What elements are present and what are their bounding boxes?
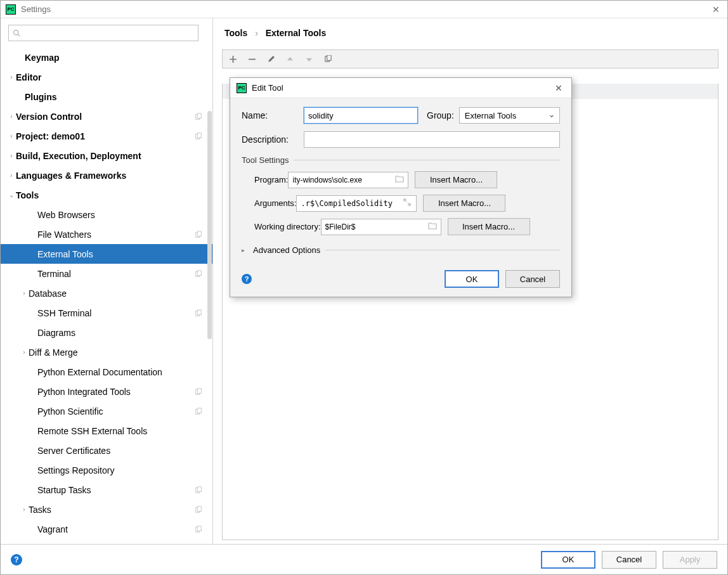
window-close-button[interactable]: ✕ bbox=[710, 4, 722, 15]
advanced-options-toggle[interactable]: ▸ Advanced Options bbox=[242, 245, 560, 255]
name-input[interactable] bbox=[304, 107, 418, 124]
program-input[interactable] bbox=[288, 172, 408, 188]
expand-icon[interactable]: › bbox=[7, 74, 16, 81]
settings-tree[interactable]: Keymap›EditorPlugins›Version Control›Pro… bbox=[1, 48, 212, 544]
tree-item-remote-ssh-external-tools[interactable]: Remote SSH External Tools bbox=[1, 421, 212, 441]
svg-rect-23 bbox=[327, 55, 331, 60]
dialog-ok-button[interactable]: OK bbox=[445, 270, 499, 288]
tree-item-external-tools[interactable]: External Tools bbox=[1, 244, 212, 264]
project-scope-icon bbox=[195, 113, 205, 120]
tree-item-diff-merge[interactable]: ›Diff & Merge bbox=[1, 342, 212, 362]
copy-icon[interactable] bbox=[323, 54, 333, 64]
group-select[interactable]: External Tools bbox=[459, 107, 560, 124]
tree-item-label: Project: demo01 bbox=[16, 131, 195, 141]
group-select-value: External Tools bbox=[465, 111, 516, 120]
expand-icon[interactable]: › bbox=[7, 132, 16, 139]
tree-item-web-browsers[interactable]: Web Browsers bbox=[1, 205, 212, 224]
tree-item-label: Diff & Merge bbox=[29, 347, 195, 358]
group-label: Group: bbox=[427, 110, 454, 120]
settings-sidebar: Keymap›EditorPlugins›Version Control›Pro… bbox=[1, 18, 213, 544]
breadcrumb-root[interactable]: Tools bbox=[224, 28, 247, 38]
search-box[interactable] bbox=[8, 25, 198, 41]
arguments-input[interactable] bbox=[296, 195, 417, 212]
tree-item-editor[interactable]: ›Editor bbox=[1, 67, 212, 87]
tree-item-settings-repository[interactable]: Settings Repository bbox=[1, 460, 212, 480]
svg-line-1 bbox=[18, 34, 20, 36]
tree-item-server-certificates[interactable]: Server Certificates bbox=[1, 441, 212, 460]
svg-point-0 bbox=[14, 30, 18, 34]
tree-item-label: Vagrant bbox=[37, 524, 195, 534]
edit-tool-dialog: PC Edit Tool ✕ Name: Group: External Too… bbox=[230, 77, 572, 297]
tree-item-label: Version Control bbox=[16, 112, 195, 122]
edit-icon[interactable] bbox=[266, 54, 276, 64]
tree-item-label: Remote SSH External Tools bbox=[37, 426, 195, 436]
expand-icon[interactable]: › bbox=[7, 113, 16, 120]
dialog-close-button[interactable]: ✕ bbox=[552, 83, 565, 93]
tool-settings-label: Tool Settings bbox=[242, 155, 289, 165]
dialog-title: Edit Tool bbox=[252, 83, 552, 93]
tree-item-python-scientific[interactable]: Python Scientific bbox=[1, 401, 212, 421]
project-scope-icon bbox=[195, 506, 205, 514]
move-down-icon[interactable] bbox=[304, 54, 314, 64]
sidebar-scrollbar[interactable] bbox=[207, 48, 212, 541]
tree-item-label: Plugins bbox=[25, 92, 195, 102]
tree-item-terminal[interactable]: Terminal bbox=[1, 264, 212, 283]
tree-item-label: External Tools bbox=[37, 249, 195, 259]
working-dir-input[interactable] bbox=[321, 219, 441, 235]
tree-item-project-demo01[interactable]: ›Project: demo01 bbox=[1, 126, 212, 146]
tree-item-keymap[interactable]: Keymap bbox=[1, 48, 212, 67]
tree-item-database[interactable]: ›Database bbox=[1, 283, 212, 303]
expand-icon[interactable]: › bbox=[7, 172, 16, 179]
expand-icon[interactable]: › bbox=[7, 152, 16, 159]
tree-item-ssh-terminal[interactable]: SSH Terminal bbox=[1, 303, 212, 323]
scrollbar-thumb[interactable] bbox=[207, 111, 212, 339]
tree-item-label: SSH Terminal bbox=[37, 308, 195, 318]
tree-item-file-watchers[interactable]: File Watchers bbox=[1, 224, 212, 244]
dialog-cancel-button[interactable]: Cancel bbox=[505, 270, 560, 288]
tree-item-label: Server Certificates bbox=[37, 446, 195, 456]
expand-icon[interactable]: › bbox=[20, 349, 29, 356]
dialog-help-icon[interactable]: ? bbox=[242, 274, 252, 284]
tree-item-label: Web Browsers bbox=[37, 210, 195, 220]
cancel-button[interactable]: Cancel bbox=[602, 551, 656, 569]
remove-icon[interactable] bbox=[247, 54, 257, 64]
expand-icon[interactable]: › bbox=[20, 290, 29, 297]
tree-item-label: Python External Documentation bbox=[37, 367, 195, 377]
tree-item-startup-tasks[interactable]: Startup Tasks bbox=[1, 480, 212, 500]
tree-item-python-external-documentation[interactable]: Python External Documentation bbox=[1, 362, 212, 382]
tree-item-diagrams[interactable]: Diagrams bbox=[1, 323, 212, 342]
tree-item-label: Startup Tasks bbox=[37, 485, 195, 495]
tree-item-tasks[interactable]: ›Tasks bbox=[1, 500, 212, 519]
move-up-icon[interactable] bbox=[285, 54, 295, 64]
expand-icon[interactable]: ⌄ bbox=[7, 191, 16, 198]
dialog-title-bar: PC Edit Tool ✕ bbox=[230, 78, 571, 98]
project-scope-icon bbox=[195, 132, 205, 140]
insert-macro-workingdir-button[interactable]: Insert Macro... bbox=[448, 218, 530, 235]
tree-item-version-control[interactable]: ›Version Control bbox=[1, 107, 212, 126]
project-scope-icon bbox=[195, 408, 205, 415]
help-icon[interactable]: ? bbox=[11, 554, 22, 565]
breadcrumb-separator: › bbox=[255, 28, 258, 38]
program-label: Program: bbox=[242, 175, 288, 184]
add-icon[interactable] bbox=[228, 54, 238, 64]
description-input[interactable] bbox=[304, 131, 560, 148]
tree-item-label: File Watchers bbox=[37, 229, 195, 240]
tree-item-build-execution-deployment[interactable]: ›Build, Execution, Deployment bbox=[1, 146, 212, 165]
expand-icon[interactable]: › bbox=[20, 506, 29, 513]
ok-button[interactable]: OK bbox=[541, 551, 595, 569]
tree-item-label: Keymap bbox=[25, 53, 195, 63]
insert-macro-arguments-button[interactable]: Insert Macro... bbox=[423, 195, 505, 212]
tree-item-tools[interactable]: ⌄Tools bbox=[1, 185, 212, 205]
tree-item-vagrant[interactable]: Vagrant bbox=[1, 519, 212, 539]
tree-item-python-integrated-tools[interactable]: Python Integrated Tools bbox=[1, 382, 212, 401]
svg-rect-21 bbox=[197, 526, 201, 531]
apply-button[interactable]: Apply bbox=[663, 551, 717, 569]
svg-rect-19 bbox=[197, 506, 201, 511]
svg-rect-9 bbox=[197, 270, 201, 275]
tree-item-label: Languages & Frameworks bbox=[16, 171, 195, 181]
search-input[interactable] bbox=[23, 29, 194, 38]
tree-item-languages-frameworks[interactable]: ›Languages & Frameworks bbox=[1, 165, 212, 185]
tree-item-plugins[interactable]: Plugins bbox=[1, 87, 212, 107]
project-scope-icon bbox=[195, 388, 205, 396]
insert-macro-program-button[interactable]: Insert Macro... bbox=[415, 171, 497, 188]
